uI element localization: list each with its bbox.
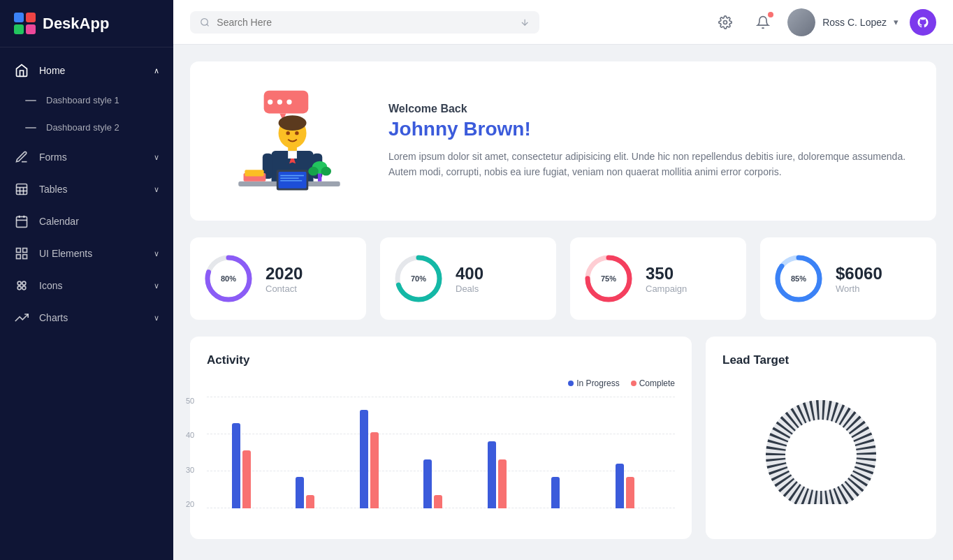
lead-card: Lead Target	[706, 337, 936, 539]
bar-group-1	[296, 477, 355, 508]
calendar-icon	[14, 214, 29, 229]
sidebar-nav: Home ∧ Dashboard style 1 Dashboard style…	[0, 47, 173, 560]
sidebar-item-tables[interactable]: Tables ∨	[0, 173, 173, 205]
svg-rect-11	[17, 255, 21, 259]
svg-point-27	[279, 115, 307, 131]
bar-blue-2	[360, 410, 368, 508]
bar-blue-3	[423, 459, 432, 508]
bar-group-0	[232, 423, 291, 508]
sidebar-item-dashboard2[interactable]: Dashboard style 2	[0, 114, 173, 141]
forms-label: Forms	[39, 152, 144, 163]
user-greeting-name: Johnny Brown!	[388, 118, 914, 140]
sidebar-item-ui[interactable]: UI Elements ∨	[0, 237, 173, 270]
dash-icon-2	[25, 127, 36, 128]
bar-group-4	[488, 441, 547, 508]
logo-sq-blue	[14, 13, 24, 22]
welcome-card: Welcome Back Johnny Brown! Lorem ipsum d…	[190, 61, 936, 221]
welcome-description: Lorem ipsum dolor sit amet, consectetur …	[388, 149, 914, 180]
dashboard2-label: Dashboard style 2	[46, 122, 159, 133]
sidebar-item-home[interactable]: Home ∧	[0, 54, 173, 87]
tables-chevron: ∨	[154, 185, 159, 194]
svg-point-17	[201, 18, 208, 25]
bar-group-3	[423, 459, 483, 508]
search-icon	[200, 17, 210, 28]
icons-nav-icon	[14, 278, 29, 293]
search-bar[interactable]	[190, 11, 539, 34]
activity-title: Activity	[207, 353, 675, 367]
svg-point-16	[22, 286, 26, 290]
bar-blue-1	[296, 477, 304, 508]
dash-icon-1	[25, 100, 36, 101]
stat-card-contact: 80% 2020 Contact	[190, 237, 366, 320]
sidebar-item-calendar[interactable]: Calendar	[0, 205, 173, 237]
logo-sq-green	[14, 24, 24, 34]
header-actions: Ross C. Lopez ▾	[712, 8, 936, 36]
dashboard1-label: Dashboard style 1	[46, 95, 159, 105]
search-arrow-icon	[520, 17, 530, 28]
logo-sq-red	[26, 13, 36, 22]
svg-point-46	[308, 167, 319, 176]
lead-donut-chart	[744, 392, 898, 504]
user-name: Ross C. Lopez	[822, 17, 887, 28]
stat-label-deals: Deals	[456, 283, 483, 294]
sidebar-item-forms[interactable]: Forms ∨	[0, 141, 173, 173]
sidebar-item-charts[interactable]: Charts ∨	[0, 302, 173, 334]
stats-row: 80% 2020 Contact 70% 400 Deals 75% 350	[190, 237, 936, 320]
donut-deals: 70%	[394, 254, 443, 303]
main-area: Ross C. Lopez ▾	[173, 0, 953, 560]
settings-button[interactable]	[712, 9, 739, 36]
stat-card-worth: 85% $6060 Worth	[760, 237, 936, 320]
svg-rect-10	[23, 249, 27, 253]
stat-card-deals: 70% 400 Deals	[380, 237, 556, 320]
search-input[interactable]	[217, 17, 512, 28]
avatar	[787, 8, 815, 36]
svg-point-28	[286, 131, 289, 135]
notification-badge	[768, 12, 773, 17]
bar-group-5	[551, 477, 611, 508]
bar-blue-5	[551, 477, 560, 508]
donut-worth: 85%	[774, 254, 823, 303]
stat-card-campaign: 75% 350 Campaign	[570, 237, 746, 320]
lead-title: Lead Target	[722, 353, 919, 367]
sidebar-item-icons[interactable]: Icons ∨	[0, 270, 173, 302]
bar-blue-6	[616, 464, 624, 508]
icons-label: Icons	[39, 280, 144, 291]
svg-rect-5	[17, 216, 27, 227]
charts-label: Charts	[39, 312, 144, 323]
stat-value-deals: 400	[456, 264, 483, 283]
svg-rect-38	[279, 172, 307, 189]
y-axis-label: 30	[186, 466, 194, 474]
stat-value-worth: $6060	[836, 264, 882, 283]
calendar-label: Calendar	[39, 216, 159, 227]
donut-contact: 80%	[204, 254, 253, 303]
svg-rect-12	[23, 255, 27, 259]
home-label: Home	[39, 65, 144, 76]
bar-red-1	[306, 495, 314, 508]
bar-blue-4	[488, 441, 496, 508]
donut-label-deals: 70%	[411, 274, 426, 283]
y-axis-label: 20	[186, 500, 194, 508]
home-chevron: ∧	[154, 66, 159, 75]
stat-label-worth: Worth	[836, 283, 882, 294]
svg-rect-9	[17, 249, 21, 253]
bar-red-3	[434, 495, 442, 508]
user-info[interactable]: Ross C. Lopez ▾	[787, 8, 899, 36]
donut-label-worth: 85%	[791, 274, 806, 283]
sidebar-item-dashboard1[interactable]: Dashboard style 1	[0, 87, 173, 114]
chart-legend: In ProgressComplete	[207, 378, 675, 388]
svg-point-13	[17, 281, 21, 285]
bar-group-2	[360, 410, 419, 508]
legend-item: Complete	[631, 378, 675, 388]
y-axis: 50403020	[186, 397, 194, 508]
svg-point-20	[724, 20, 727, 24]
stat-text-worth: $6060 Worth	[836, 264, 882, 294]
notifications-button[interactable]	[750, 9, 776, 36]
header: Ross C. Lopez ▾	[173, 0, 953, 45]
svg-point-15	[17, 286, 21, 290]
github-button[interactable]	[910, 9, 936, 36]
svg-point-47	[321, 167, 331, 176]
app-name: DeskApp	[43, 15, 109, 33]
welcome-illustration	[212, 78, 366, 204]
stat-text-contact: 2020 Contact	[265, 264, 303, 294]
activity-card: Activity In ProgressComplete 50403020	[190, 337, 692, 539]
